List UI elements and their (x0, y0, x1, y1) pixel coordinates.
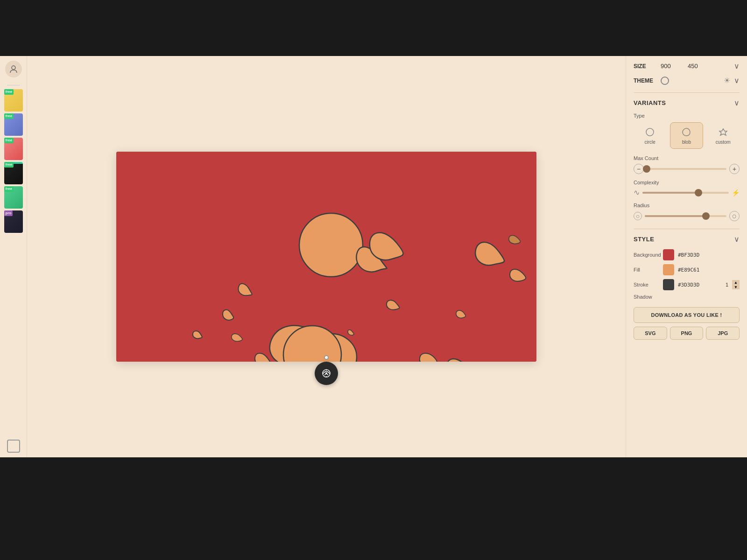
fill-row: Fill #E89C61 (634, 264, 740, 275)
size-label: SIZE (634, 63, 657, 70)
variants-header: VARIANTS ∨ (634, 98, 740, 107)
variants-section: VARIANTS ∨ Type circle (634, 98, 740, 221)
stroke-color-swatch[interactable] (663, 279, 674, 290)
right-panel: SIZE 900 450 ∨ THEME ☀ ∨ VARIANTS ∨ Type (626, 56, 747, 457)
radius-row: Radius ○ ○ (634, 203, 740, 221)
canvas-area (27, 56, 626, 457)
max-count-plus-btn[interactable]: + (729, 164, 740, 174)
stroke-value[interactable]: 1 (726, 282, 728, 287)
randomize-button[interactable] (315, 362, 338, 385)
top-bar (0, 0, 747, 56)
section-divider-1 (634, 92, 740, 93)
max-count-thumb[interactable] (643, 165, 650, 173)
radius-label: Radius (634, 203, 740, 208)
svg-point-6 (325, 372, 327, 374)
radius-thumb[interactable] (702, 212, 710, 220)
style-section: STYLE ∨ Background #BF3D3D Fill #E89C61 … (634, 235, 740, 300)
type-btn-circle[interactable]: circle (634, 122, 666, 149)
stroke-down-btn[interactable]: ▼ (732, 285, 740, 289)
section-divider-2 (634, 229, 740, 229)
radius-small-icon: ○ (634, 212, 642, 220)
main-area: free free free free free pro (0, 56, 747, 457)
format-btn-svg[interactable]: SVG (634, 327, 667, 340)
background-color-swatch[interactable] (663, 249, 674, 260)
svg-point-7 (646, 128, 654, 136)
sidebar-divider (7, 85, 20, 85)
type-label: Type (634, 113, 740, 119)
sample-item-1[interactable]: free (4, 89, 23, 112)
canvas-wrapper (116, 152, 536, 362)
background-row: Background #BF3D3D (634, 249, 740, 260)
complexity-label: Complexity (634, 180, 740, 185)
radius-controls: ○ ○ (634, 211, 740, 221)
type-btn-blob-label: blob (682, 140, 691, 145)
canvas-control (315, 355, 338, 385)
style-collapse-chevron[interactable]: ∨ (734, 235, 740, 244)
type-btn-custom[interactable]: custom (707, 122, 740, 149)
type-btn-circle-label: circle (644, 140, 655, 145)
max-count-minus-btn[interactable]: − (634, 164, 644, 174)
theme-sun-icon[interactable]: ☀ (724, 76, 730, 85)
complexity-left-icon: ∿ (634, 188, 640, 197)
bottom-bar (0, 457, 747, 560)
blob-icon (681, 126, 692, 138)
free-badge-2: free (4, 113, 14, 119)
circle-icon (644, 126, 655, 138)
type-buttons: circle blob custom (634, 122, 740, 149)
sample-item-2[interactable]: free (4, 113, 23, 136)
sample-item-5[interactable]: free (4, 186, 23, 209)
size-height[interactable]: 450 (688, 63, 711, 70)
theme-dropdown-chevron[interactable]: ∨ (734, 76, 740, 85)
download-button[interactable]: DOWNLOAD AS YOU LIKE ! (634, 307, 740, 323)
stroke-spinner: ▲ ▼ (732, 280, 740, 289)
variants-title: VARIANTS (634, 99, 666, 106)
size-width[interactable]: 900 (661, 63, 684, 70)
theme-row: THEME ☀ ∨ (634, 76, 740, 85)
shadow-label: Shadow (634, 294, 740, 300)
type-btn-custom-label: custom (716, 140, 731, 145)
background-color-hex[interactable]: #BF3D3D (678, 252, 699, 258)
radius-large-icon: ○ (729, 211, 740, 221)
fill-color-label: Fill (634, 267, 659, 273)
max-count-label: Max Count (634, 155, 740, 161)
type-btn-blob[interactable]: blob (670, 122, 703, 149)
complexity-row: Complexity ∿ ⚡ (634, 180, 740, 197)
complexity-controls: ∿ ⚡ (634, 188, 740, 197)
variants-collapse-chevron[interactable]: ∨ (734, 98, 740, 107)
theme-circle-icon[interactable] (661, 77, 669, 85)
square-tool-icon[interactable] (7, 440, 20, 453)
size-dropdown-chevron[interactable]: ∨ (734, 62, 740, 70)
max-count-controls: − + (634, 164, 740, 174)
complexity-track[interactable] (642, 192, 729, 194)
sample-item-3[interactable]: free (4, 138, 23, 160)
stroke-color-hex[interactable]: #3D3D3D (678, 282, 699, 288)
free-badge-1: free (4, 89, 14, 95)
radius-track[interactable] (645, 215, 726, 217)
background-color-label: Background (634, 252, 659, 258)
sample-item-6[interactable]: pro (4, 210, 23, 233)
canvas-container[interactable] (116, 152, 536, 362)
complexity-thumb[interactable] (695, 189, 702, 196)
stroke-row: Stroke #3D3D3D 1 ▲ ▼ (634, 279, 740, 290)
max-count-track[interactable] (647, 168, 726, 170)
format-buttons: SVG PNG JPG (634, 327, 740, 340)
free-badge-3: free (4, 138, 14, 143)
format-btn-jpg[interactable]: JPG (706, 327, 740, 340)
complexity-fill (642, 192, 698, 194)
complexity-right-icon: ⚡ (732, 189, 740, 196)
stroke-up-btn[interactable]: ▲ (732, 280, 740, 285)
user-avatar[interactable] (5, 61, 22, 77)
svg-point-3 (299, 213, 363, 277)
sample-item-4[interactable]: free (4, 162, 23, 184)
radius-fill (645, 215, 706, 217)
fill-color-hex[interactable]: #E89C61 (678, 267, 699, 273)
style-title: STYLE (634, 236, 654, 243)
size-row: SIZE 900 450 ∨ (634, 62, 740, 70)
free-badge-5: free (4, 186, 14, 192)
stroke-color-label: Stroke (634, 282, 659, 287)
fill-color-swatch[interactable] (663, 264, 674, 275)
style-header: STYLE ∨ (634, 235, 740, 244)
custom-icon (718, 126, 729, 138)
free-badge-4: free (4, 162, 14, 168)
format-btn-png[interactable]: PNG (670, 327, 704, 340)
